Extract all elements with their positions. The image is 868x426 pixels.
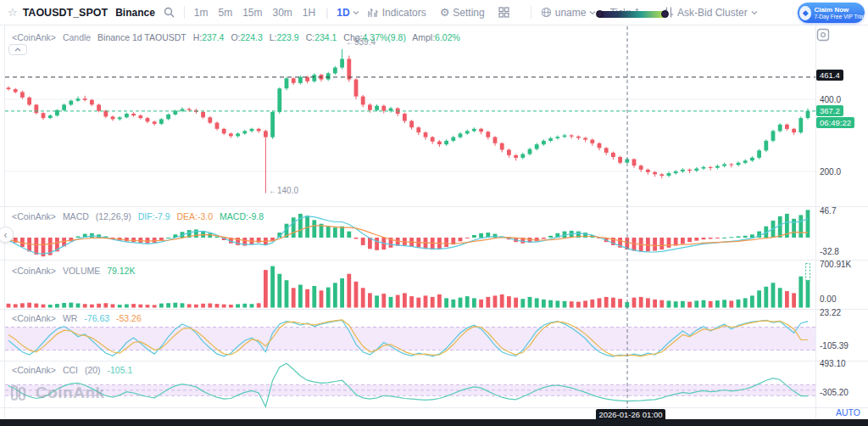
indicator-name: CCI — [63, 365, 78, 375]
last-price-badge: 367.2 — [816, 105, 843, 116]
coinank-watermark: CoinAnk — [10, 384, 105, 402]
brand-label: <CoinAnk> — [12, 211, 56, 221]
indicators-icon — [368, 8, 379, 18]
macd-value: MACD:-9.8 — [220, 211, 264, 221]
high-label: H: — [193, 32, 203, 42]
amplitude-value: 6.02% — [435, 32, 460, 42]
setting-label: Setting — [453, 7, 484, 19]
timeframe-chevron-down-icon[interactable] — [353, 10, 359, 15]
cci-value: -105.1 — [108, 365, 133, 375]
toolbar-divider — [184, 6, 185, 19]
open-value: 224.3 — [240, 32, 262, 42]
axis-auto-toggle[interactable]: AUTO — [836, 407, 860, 418]
volume-axis-min: 0.00 — [820, 294, 836, 304]
volume-axis-max: 700.91K — [820, 260, 851, 269]
wr1-value: -76.63 — [84, 313, 109, 323]
open-label: O: — [231, 32, 240, 42]
brand-label: <CoinAnk> — [12, 32, 56, 42]
window-bottom-bar — [0, 419, 868, 426]
indicator-name: VOLUME — [63, 266, 100, 276]
indicator-name: WR — [63, 313, 78, 323]
coinank-logo-icon — [10, 384, 32, 402]
indicators-label: Indicators — [382, 7, 426, 19]
gradient-handle-right[interactable] — [661, 10, 669, 18]
watermark-text: CoinAnk — [36, 384, 105, 402]
timeframe-30m[interactable]: 30m — [273, 7, 292, 19]
chart-left-border — [4, 25, 5, 419]
high-value: 237.4 — [202, 32, 224, 42]
symbol-name[interactable]: TAOUSDT_SPOT — [23, 7, 108, 19]
price-tick-200: 200.0 — [820, 167, 841, 177]
indicator-name: MACD — [63, 211, 89, 221]
amplitude-label: Ampl: — [412, 32, 435, 42]
heatmap-gradient-slider[interactable] — [598, 11, 667, 18]
low-value: 223.9 — [276, 32, 298, 42]
close-value: 234.1 — [314, 32, 337, 42]
change-label: Chg: — [343, 32, 362, 42]
gear-icon: ⚙ — [440, 6, 450, 19]
exchange-name: Binance — [115, 7, 155, 19]
indicator-params: (20) — [85, 365, 101, 375]
indicator-name: Candle — [63, 32, 91, 42]
wr2-value: -53.26 — [116, 313, 142, 323]
brand-label: <CoinAnk> — [12, 266, 56, 276]
cci-legend: <CoinAnk> CCI (20) -105.1 — [12, 365, 136, 375]
chevron-up-icon — [14, 48, 21, 52]
wr-axis-min: -105.39 — [820, 341, 849, 350]
volume-value: 79.12K — [107, 266, 135, 276]
macd-axis-max: 46.7 — [820, 206, 836, 216]
askbid-chevron-down-icon — [751, 10, 758, 15]
volume-legend: <CoinAnk> VOLUME 79.12K — [12, 266, 139, 276]
indicators-button[interactable]: Indicators — [368, 7, 426, 19]
askbid-cluster-label: Ask-Bid Cluster — [677, 7, 748, 19]
close-label: C: — [306, 32, 315, 42]
timeframe-15m[interactable]: 15m — [242, 7, 262, 19]
claim-vip-button[interactable]: ◆ Claim Now 7-Day Free VIP Trial — [798, 3, 865, 23]
wr-axis-max: 23.22 — [820, 308, 841, 317]
username-label: uname — [555, 7, 587, 19]
favorite-star-icon[interactable]: ☆ — [8, 6, 18, 19]
candle-legend: <CoinAnk> Candle Binance 1d TAOUSDT H:23… — [12, 32, 465, 42]
toolbar-divider — [531, 6, 531, 19]
pane-scroll-left-button[interactable]: ‹ — [0, 227, 14, 243]
brand-label: <CoinAnk> — [12, 313, 56, 323]
cci-axis-max: 493.10 — [820, 359, 846, 368]
claim-line2: 7-Day Free VIP Trial — [814, 14, 865, 20]
screenshot-camera-icon[interactable] — [816, 28, 830, 42]
macd-axis-min: -32.8 — [820, 247, 839, 256]
dif-value: DIF:-7.9 — [138, 211, 170, 221]
countdown-badge: 06:49:22 — [816, 117, 854, 128]
wr-legend: <CoinAnk> WR -76.63 -53.26 — [12, 313, 146, 323]
trading-terminal: ☆ TAOUSDT_SPOT Binance 1m 5m 15m 30m 1H … — [0, 0, 868, 426]
legend-collapse-button[interactable] — [8, 44, 27, 55]
gradient-handle-left[interactable] — [596, 10, 604, 18]
claim-line1: Claim Now — [814, 6, 865, 14]
dea-value: DEA:-3.0 — [177, 211, 214, 221]
user-menu[interactable]: uname — [541, 7, 597, 19]
macd-legend: <CoinAnk> MACD (12,26,9) DIF:-7.9 DEA:-3… — [12, 211, 268, 221]
timeframe-1m[interactable]: 1m — [194, 7, 209, 19]
brand-label: <CoinAnk> — [12, 365, 56, 375]
setting-button[interactable]: ⚙ Setting — [440, 6, 485, 19]
crosshair-price-badge: 461.4 — [816, 70, 843, 81]
search-icon[interactable] — [164, 7, 175, 18]
globe-icon — [541, 7, 552, 18]
timeframe-5m[interactable]: 5m — [219, 7, 233, 19]
cci-axis-min: -305.20 — [820, 388, 849, 397]
price-axis-border — [815, 25, 816, 419]
change-value: 4.37%(9.8) — [363, 32, 406, 42]
timeframe-1d-active[interactable]: 1D — [337, 7, 349, 19]
top-toolbar: ☆ TAOUSDT_SPOT Binance 1m 5m 15m 30m 1H … — [0, 0, 868, 25]
series-info: Binance 1d TAOUSDT — [97, 32, 186, 42]
price-tick-400: 400.0 — [820, 95, 841, 104]
timeframe-1h[interactable]: 1H — [303, 7, 315, 19]
low-price-annotation: ←140.0 — [269, 186, 298, 195]
askbid-cluster-selector[interactable]: Ask-Bid Cluster — [664, 7, 758, 19]
indicator-params: (12,26,9) — [96, 211, 131, 221]
timeframe-separator: | — [326, 7, 328, 19]
layout-grid-icon[interactable] — [498, 7, 509, 18]
vip-badge-icon: ◆ — [799, 6, 811, 20]
